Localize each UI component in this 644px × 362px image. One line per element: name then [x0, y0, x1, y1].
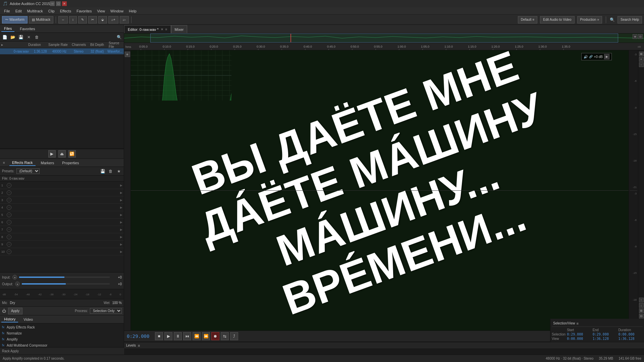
tab-history[interactable]: History — [1, 316, 18, 322]
view-end[interactable]: 1:36.128 — [593, 337, 617, 341]
effect-row-10[interactable]: 10 ○ ▶ — [0, 248, 124, 255]
effect-power-9[interactable]: ○ — [7, 242, 11, 247]
presets-star-btn[interactable]: ★ — [116, 168, 122, 174]
effect-power-1[interactable]: ○ — [7, 183, 11, 188]
presets-delete-btn[interactable]: 🗑 — [108, 168, 114, 174]
presets-dropdown[interactable]: (Default) — [16, 168, 40, 174]
sel-start[interactable]: 0:29.000 — [567, 333, 591, 336]
transport-forward-btn[interactable]: ⏩ — [202, 332, 210, 340]
menu-view[interactable]: View — [94, 8, 108, 14]
process-dropdown[interactable]: Selection Only Entire File — [90, 308, 122, 314]
menu-clip[interactable]: Clip — [46, 8, 57, 14]
col-channels-header[interactable]: Channels — [72, 43, 90, 47]
menu-window[interactable]: Window — [108, 8, 126, 14]
toolbar-tool-2[interactable]: ↕ — [69, 16, 77, 23]
toolbar-waveform-btn[interactable]: 〜 Waveform — [2, 16, 28, 23]
zoom-fit-vert-btn[interactable]: ⊠ — [639, 52, 644, 56]
presets-save-btn[interactable]: 💾 — [100, 168, 106, 174]
power-icon[interactable]: ⏻ — [2, 309, 6, 313]
editor-tab-main[interactable]: Editor: 0-raw.wav * ✕ ≡ — [124, 25, 171, 33]
effect-power-3[interactable]: ○ — [7, 198, 11, 202]
apply-btn[interactable]: Apply — [8, 308, 22, 314]
effects-menu-btn[interactable]: ≡ — [1, 160, 7, 166]
new-file-btn[interactable]: 📄 — [1, 34, 8, 41]
input-knob[interactable]: ● — [12, 275, 17, 280]
zoom-out-horiz-btn[interactable]: ⊟ — [639, 314, 644, 318]
bounce-btn[interactable]: ⏏ — [58, 150, 66, 158]
zoom-in-horiz-btn[interactable]: ⊞ — [639, 308, 644, 313]
toolbar-production-btn[interactable]: Production » — [577, 16, 602, 23]
transport-play-btn[interactable]: ▶ — [164, 332, 172, 340]
zoom-out-vert-btn[interactable]: - — [639, 62, 644, 67]
scroll-down-btn[interactable]: ↓ — [639, 303, 644, 308]
effect-row-3[interactable]: 3 ○ ▶ — [0, 196, 124, 204]
menu-edit[interactable]: Edit — [13, 8, 24, 14]
effect-row-2[interactable]: 2 ○ ▶ — [0, 189, 124, 196]
view-start[interactable]: 0:00.000 — [567, 337, 591, 341]
tab-favorites[interactable]: Favorites — [17, 26, 38, 32]
toolbar-tool-4[interactable]: ✂ — [88, 16, 97, 23]
effect-power-5[interactable]: ○ — [7, 213, 11, 217]
effect-power-10[interactable]: ○ — [7, 249, 11, 254]
delete-file-btn[interactable]: 🗑 — [34, 34, 40, 41]
toolbar-search-btn[interactable]: Search Help — [618, 16, 642, 23]
toolbar-tool-3[interactable]: ✎ — [78, 16, 87, 23]
col-samplerate-header[interactable]: Sample Rate — [48, 43, 72, 47]
toolbar-tool-1[interactable]: ↔ — [58, 16, 68, 23]
menu-help[interactable]: Help — [126, 8, 139, 14]
sel-end[interactable]: 0:29.000 — [593, 333, 617, 336]
effect-power-7[interactable]: ○ — [7, 227, 11, 232]
tab-effects-rack[interactable]: Effects Rack — [9, 160, 36, 166]
transport-stop-btn[interactable]: ■ — [155, 332, 163, 340]
menu-effects[interactable]: Effects — [57, 8, 74, 14]
toolbar-edit-audio-btn[interactable]: Edit Audio to Video — [540, 16, 574, 23]
editor-tab-mixer[interactable]: Mixer — [171, 25, 187, 33]
transport-cue-btn[interactable]: ⤴ — [230, 332, 238, 340]
input-slider[interactable] — [19, 277, 110, 278]
transport-to-start-btn[interactable]: ⏮ — [183, 332, 191, 340]
menu-file[interactable]: File — [1, 8, 13, 14]
effect-row-9[interactable]: 9 ○ ▶ — [0, 241, 124, 248]
effect-power-8[interactable]: ○ — [7, 235, 11, 239]
file-row[interactable]: 0-raw.wav 1:36.128 48000 Hz Stereo 32 (f… — [0, 48, 124, 54]
scroll-up-btn[interactable]: ↑ — [639, 298, 644, 302]
effect-row-8[interactable]: 8 ○ ▶ — [0, 233, 124, 241]
tab-video[interactable]: Video — [21, 317, 36, 322]
transport-rewind-btn[interactable]: ⏪ — [193, 332, 201, 340]
toolbar-workspace-btn[interactable]: Default ≡ — [518, 16, 538, 23]
fit-btn[interactable]: ⊕ — [125, 52, 130, 57]
save-file-btn[interactable]: 💾 — [17, 34, 24, 41]
tab-properties[interactable]: Properties — [59, 160, 82, 166]
transport-record-btn[interactable]: ⏺ — [211, 332, 219, 340]
col-duration-header[interactable]: Duration — [28, 43, 48, 47]
effect-power-4[interactable]: ○ — [7, 205, 11, 210]
loop-btn[interactable]: 🔁 — [68, 150, 76, 158]
toolbar-multitrack-btn[interactable]: ▤ Multitrack — [29, 16, 53, 23]
waveform-main[interactable]: ВЫ ДАЁТЕ МНЕДÁЁТЕ МÁШИНУМÁШИНУ...ВРÉМЕНИ… — [131, 50, 629, 330]
tab-markers[interactable]: Markers — [38, 160, 57, 166]
close-btn[interactable]: ✕ — [62, 1, 67, 6]
overview-zoom-btn[interactable]: ⊡ — [638, 34, 643, 39]
col-source-header[interactable]: Source File — [109, 41, 122, 49]
history-item-1[interactable]: fx Apply Effects Rack — [0, 324, 124, 330]
effect-row-4[interactable]: 4 ○ ▶ — [0, 204, 124, 211]
effect-row-5[interactable]: 5 ○ ▶ — [0, 211, 124, 219]
sel-view-menu-btn[interactable]: ≡ — [576, 321, 578, 325]
effect-row-1[interactable]: 1 ○ ▶ — [0, 182, 124, 189]
overview-fit-btn[interactable]: ⊕ — [633, 34, 637, 39]
menu-favorites[interactable]: Favorites — [74, 8, 94, 14]
close-file-btn[interactable]: ✕ — [25, 34, 32, 41]
play-btn[interactable]: ▶ — [48, 150, 56, 158]
output-knob[interactable]: ● — [15, 282, 20, 286]
open-file-btn[interactable]: 📂 — [9, 34, 16, 41]
timeline-ruler[interactable]: hms 0:05.0 0:10.0 0:15.0 0:20.0 0:25.0 0… — [124, 43, 644, 50]
history-item-2[interactable]: fx Normalize — [0, 330, 124, 336]
toolbar-zoom-out[interactable]: ⌕- — [120, 16, 129, 23]
minimize-btn[interactable]: ─ — [50, 1, 55, 6]
effect-power-2[interactable]: ○ — [7, 190, 11, 195]
output-slider[interactable] — [22, 283, 110, 285]
effect-row-7[interactable]: 7 ○ ▶ — [0, 226, 124, 233]
transport-pause-btn[interactable]: ⏸ — [174, 332, 182, 340]
levels-menu-btn[interactable]: ≡ — [138, 344, 140, 348]
menu-multitrack[interactable]: Multitrack — [24, 8, 46, 14]
